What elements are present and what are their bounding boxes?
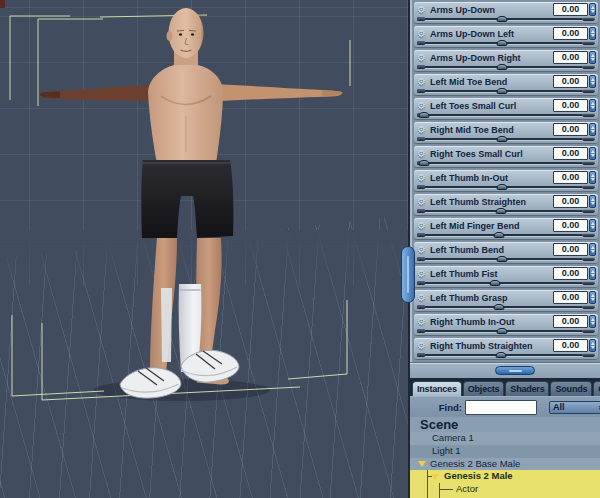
spinner-up-icon[interactable] bbox=[591, 246, 595, 249]
spinner-up-icon[interactable] bbox=[591, 54, 595, 57]
tree-row[interactable]: Camera 1 bbox=[410, 432, 600, 445]
tree-row[interactable]: Genesis 2 Male bbox=[410, 470, 600, 483]
spinner[interactable] bbox=[589, 123, 596, 136]
spinner[interactable] bbox=[589, 51, 596, 64]
gear-icon[interactable]: ⚙ bbox=[417, 124, 430, 135]
viewport-3d[interactable] bbox=[0, 0, 410, 498]
spinner[interactable] bbox=[589, 315, 596, 328]
spinner[interactable] bbox=[589, 3, 596, 16]
spinner[interactable] bbox=[589, 171, 596, 184]
spinner-down-icon[interactable] bbox=[591, 10, 595, 13]
slider-handle[interactable] bbox=[497, 16, 508, 22]
slider-value-field[interactable]: 0.00 bbox=[553, 243, 588, 256]
expand-triangle-icon[interactable] bbox=[418, 461, 426, 467]
slider-value-field[interactable]: 0.00 bbox=[553, 267, 588, 280]
slider-handle[interactable] bbox=[493, 304, 504, 310]
slider-handle[interactable] bbox=[419, 112, 430, 118]
slider-track[interactable] bbox=[417, 88, 595, 95]
spinner-down-icon[interactable] bbox=[591, 154, 595, 157]
spinner[interactable] bbox=[589, 219, 596, 232]
spinner[interactable] bbox=[589, 243, 596, 256]
gear-icon[interactable]: ⚙ bbox=[417, 292, 430, 303]
slider-handle[interactable] bbox=[497, 256, 508, 262]
slider-track[interactable] bbox=[417, 280, 595, 287]
figure-left-arm[interactable] bbox=[212, 84, 340, 102]
spinner-down-icon[interactable] bbox=[591, 106, 595, 109]
tree-row[interactable]: Actor bbox=[410, 483, 600, 496]
spinner-down-icon[interactable] bbox=[591, 322, 595, 325]
spinner-up-icon[interactable] bbox=[591, 78, 595, 81]
spinner[interactable] bbox=[589, 99, 596, 112]
slider-handle[interactable] bbox=[497, 88, 508, 94]
slider-value-field[interactable]: 0.00 bbox=[553, 291, 588, 304]
spinner-down-icon[interactable] bbox=[591, 130, 595, 133]
slider-track[interactable] bbox=[417, 160, 595, 167]
spinner-up-icon[interactable] bbox=[591, 318, 595, 321]
slider-value-field[interactable]: 0.00 bbox=[553, 75, 588, 88]
spinner-up-icon[interactable] bbox=[591, 270, 595, 273]
gear-icon[interactable]: ⚙ bbox=[417, 340, 430, 351]
gear-icon[interactable]: ⚙ bbox=[417, 268, 430, 279]
gear-icon[interactable]: ⚙ bbox=[417, 220, 430, 231]
tree-row[interactable]: Light 1 bbox=[410, 445, 600, 458]
spinner-down-icon[interactable] bbox=[591, 202, 595, 205]
slider-track[interactable] bbox=[417, 208, 595, 215]
spinner[interactable] bbox=[589, 147, 596, 160]
expand-triangle-icon[interactable] bbox=[431, 474, 439, 480]
slider-track[interactable] bbox=[417, 256, 595, 263]
slider-value-field[interactable]: 0.00 bbox=[553, 219, 588, 232]
slider-track[interactable] bbox=[417, 40, 595, 47]
gear-icon[interactable]: ⚙ bbox=[417, 196, 430, 207]
spinner-down-icon[interactable] bbox=[591, 250, 595, 253]
panel-drawer-handle[interactable] bbox=[401, 246, 415, 303]
spinner-up-icon[interactable] bbox=[591, 222, 595, 225]
spinner-up-icon[interactable] bbox=[591, 102, 595, 105]
spinner-down-icon[interactable] bbox=[591, 178, 595, 181]
tab[interactable]: Objects bbox=[463, 381, 505, 396]
spinner[interactable] bbox=[589, 339, 596, 352]
spinner-down-icon[interactable] bbox=[591, 298, 595, 301]
gear-icon[interactable]: ⚙ bbox=[417, 76, 430, 87]
slider-track[interactable] bbox=[417, 64, 595, 71]
spinner[interactable] bbox=[589, 195, 596, 208]
spinner-up-icon[interactable] bbox=[591, 342, 595, 345]
slider-value-field[interactable]: 0.00 bbox=[553, 99, 588, 112]
slider-value-field[interactable]: 0.00 bbox=[553, 171, 588, 184]
spinner[interactable] bbox=[589, 291, 596, 304]
slider-value-field[interactable]: 0.00 bbox=[553, 315, 588, 328]
filter-dropdown[interactable]: All » bbox=[549, 401, 600, 414]
gear-icon[interactable]: ⚙ bbox=[417, 244, 430, 255]
slider-handle[interactable] bbox=[497, 64, 508, 70]
gear-icon[interactable]: ⚙ bbox=[417, 316, 430, 327]
tree-row-label[interactable]: Light 1 bbox=[410, 445, 600, 458]
sneaker-item-lower[interactable] bbox=[120, 368, 181, 398]
genesis-2-male-figure[interactable] bbox=[0, 0, 410, 498]
tree-row[interactable]: Genesis 2 Base Male bbox=[410, 458, 600, 471]
spinner-up-icon[interactable] bbox=[591, 30, 595, 33]
slider-handle[interactable] bbox=[490, 280, 501, 286]
tree-row-label[interactable]: Camera 1 bbox=[410, 432, 600, 445]
spinner-up-icon[interactable] bbox=[591, 150, 595, 153]
gear-icon[interactable]: ⚙ bbox=[417, 28, 430, 39]
slider-handle[interactable] bbox=[495, 208, 506, 214]
slider-handle[interactable] bbox=[497, 328, 508, 334]
spinner-up-icon[interactable] bbox=[591, 198, 595, 201]
slider-value-field[interactable]: 0.00 bbox=[553, 123, 588, 136]
slider-track[interactable] bbox=[417, 232, 595, 239]
slider-value-field[interactable]: 0.00 bbox=[553, 339, 588, 352]
gear-icon[interactable]: ⚙ bbox=[417, 4, 430, 15]
spinner[interactable] bbox=[589, 267, 596, 280]
spinner-down-icon[interactable] bbox=[591, 226, 595, 229]
tree-row-label[interactable]: Genesis 2 Base Male bbox=[410, 458, 600, 471]
slider-track[interactable] bbox=[417, 184, 595, 191]
figure-body[interactable] bbox=[40, 8, 343, 398]
gear-icon[interactable]: ⚙ bbox=[417, 100, 430, 111]
tab[interactable]: Instances bbox=[412, 381, 462, 396]
spinner-down-icon[interactable] bbox=[591, 346, 595, 349]
spinner-down-icon[interactable] bbox=[591, 274, 595, 277]
slider-handle[interactable] bbox=[497, 184, 508, 190]
spinner[interactable] bbox=[589, 75, 596, 88]
slider-track[interactable] bbox=[417, 112, 595, 119]
spinner-down-icon[interactable] bbox=[591, 34, 595, 37]
slider-track[interactable] bbox=[417, 304, 595, 311]
